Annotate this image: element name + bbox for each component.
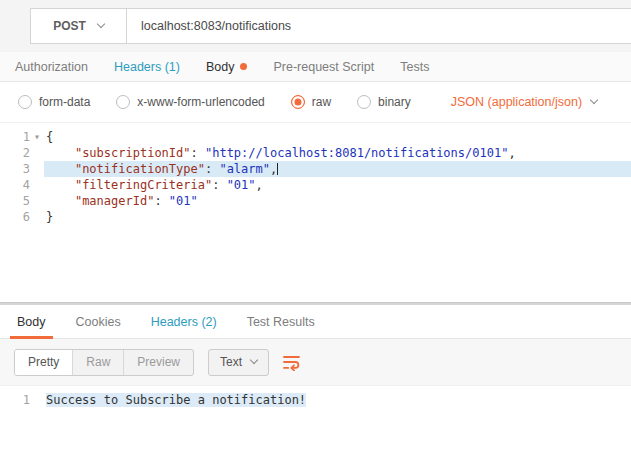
radio-binary[interactable]: binary	[357, 95, 411, 109]
chevron-down-icon	[590, 96, 598, 104]
chevron-down-icon	[97, 20, 105, 28]
json-token: }	[46, 210, 53, 224]
line-number: 5	[0, 193, 30, 209]
wrap-lines-button[interactable]	[282, 354, 301, 371]
line-number: 6	[0, 209, 30, 225]
tab-pre-request-script[interactable]: Pre-request Script	[260, 52, 387, 81]
tab-response-body[interactable]: Body	[2, 305, 61, 338]
json-token: "01"	[227, 178, 256, 192]
request-url-bar: POST	[0, 0, 631, 52]
request-body-editor[interactable]: 1▾{2 "subscriptionId": "http://localhost…	[0, 122, 631, 302]
json-token	[46, 194, 75, 208]
tab-cookies[interactable]: Cookies	[61, 305, 136, 338]
response-toolbar: Pretty Raw Preview Text	[0, 339, 631, 385]
url-box: POST	[30, 8, 631, 44]
tab-tests[interactable]: Tests	[387, 52, 442, 81]
json-token: "subscriptionId"	[75, 146, 191, 160]
response-line-1[interactable]: 1Success to Subscribe a notification!	[0, 392, 631, 408]
fold-spacer	[30, 177, 44, 193]
json-token: "notificationType"	[75, 162, 205, 176]
request-code-line-2[interactable]: 2 "subscriptionId": "http://localhost:80…	[0, 145, 631, 161]
json-token: "http://localhost:8081/notifications/010…	[205, 146, 508, 160]
line-number: 1	[0, 392, 30, 408]
json-token: ,	[256, 178, 263, 192]
code-content: "managerId": "01"	[44, 193, 631, 209]
json-token: "alarm"	[219, 162, 270, 176]
radio-label: form-data	[39, 95, 90, 109]
request-code-line-5[interactable]: 5 "managerId": "01"	[0, 193, 631, 209]
code-content: "filteringCriteria": "01",	[44, 177, 631, 193]
radio-label: raw	[312, 95, 331, 109]
raw-button[interactable]: Raw	[72, 350, 123, 375]
tab-label: Cookies	[76, 315, 121, 329]
json-token: :	[191, 146, 205, 160]
response-code-lines: 1Success to Subscribe a notification!	[0, 392, 631, 408]
chevron-down-icon	[250, 356, 258, 364]
json-token: ,	[508, 146, 515, 160]
line-number: 2	[0, 145, 30, 161]
radio-circle-icon	[357, 95, 371, 109]
response-text: Success to Subscribe a notification!	[44, 392, 631, 408]
text-cursor	[277, 163, 278, 175]
pretty-button[interactable]: Pretty	[15, 350, 72, 375]
method-selector[interactable]: POST	[31, 9, 127, 43]
code-content: "notificationType": "alarm",	[44, 161, 631, 177]
line-number: 3	[0, 161, 30, 177]
json-token: "managerId"	[75, 194, 154, 208]
fold-spacer	[30, 392, 44, 408]
response-tabs: Body Cookies Headers (2) Test Results	[0, 305, 631, 339]
tab-test-results[interactable]: Test Results	[232, 305, 330, 338]
wrap-lines-icon	[282, 354, 301, 371]
tab-label: Headers (2)	[151, 315, 217, 329]
radio-selected-icon	[291, 95, 305, 109]
request-code-line-3[interactable]: 3 "notificationType": "alarm",	[0, 161, 631, 177]
response-body-viewer[interactable]: 1Success to Subscribe a notification!	[0, 385, 631, 456]
radio-x-www-form-urlencoded[interactable]: x-www-form-urlencoded	[116, 95, 264, 109]
json-token: ,	[270, 162, 277, 176]
request-code-lines: 1▾{2 "subscriptionId": "http://localhost…	[0, 129, 631, 225]
radio-label: binary	[378, 95, 411, 109]
tab-headers[interactable]: Headers (1)	[101, 52, 193, 81]
body-type-label: JSON (application/json)	[451, 95, 582, 109]
line-number: 1	[0, 129, 30, 145]
url-input[interactable]	[127, 9, 631, 43]
json-token: :	[212, 178, 226, 192]
tab-body[interactable]: Body	[193, 52, 261, 81]
body-type-dropdown[interactable]: JSON (application/json)	[451, 95, 597, 109]
radio-label: x-www-form-urlencoded	[137, 95, 264, 109]
tab-label: Body	[206, 60, 235, 74]
method-label: POST	[53, 19, 86, 33]
tab-authorization[interactable]: Authorization	[2, 52, 101, 81]
code-content: }	[44, 209, 631, 225]
fold-spacer	[30, 161, 44, 177]
json-token	[46, 178, 75, 192]
fold-arrow-icon[interactable]: ▾	[30, 129, 44, 145]
request-code-line-4[interactable]: 4 "filteringCriteria": "01",	[0, 177, 631, 193]
tab-label: Test Results	[247, 315, 315, 329]
json-token: :	[154, 194, 168, 208]
tab-label: Body	[17, 315, 46, 329]
json-token: "01"	[169, 194, 198, 208]
preview-button[interactable]: Preview	[123, 350, 193, 375]
radio-circle-icon	[116, 95, 130, 109]
active-dot-icon	[240, 63, 247, 70]
radio-circle-icon	[18, 95, 32, 109]
fold-spacer	[30, 145, 44, 161]
code-content: "subscriptionId": "http://localhost:8081…	[44, 145, 631, 161]
request-code-line-6[interactable]: 6}	[0, 209, 631, 225]
tab-response-headers[interactable]: Headers (2)	[136, 305, 232, 338]
line-number: 4	[0, 177, 30, 193]
radio-raw[interactable]: raw	[291, 95, 331, 109]
body-mode-bar: form-data x-www-form-urlencoded raw bina…	[0, 82, 631, 122]
format-dropdown[interactable]: Text	[208, 349, 269, 376]
json-token: "filteringCriteria"	[75, 178, 212, 192]
view-switcher: Pretty Raw Preview	[14, 349, 194, 376]
postman-app: POST Authorization Headers (1) Body Pre-…	[0, 0, 631, 456]
code-content: {	[44, 129, 631, 145]
request-tabs: Authorization Headers (1) Body Pre-reque…	[0, 52, 631, 82]
fold-spacer	[30, 193, 44, 209]
tab-label: Tests	[400, 60, 429, 74]
format-label: Text	[220, 355, 242, 369]
request-code-line-1[interactable]: 1▾{	[0, 129, 631, 145]
radio-form-data[interactable]: form-data	[18, 95, 90, 109]
